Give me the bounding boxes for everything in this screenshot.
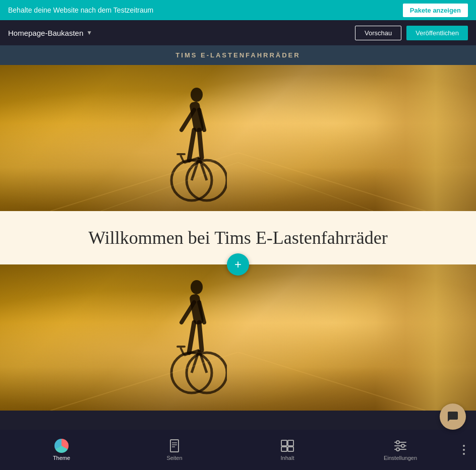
toolbar-more-button[interactable] <box>457 441 471 459</box>
svg-line-14 <box>238 153 426 211</box>
chat-button[interactable] <box>440 404 466 430</box>
toolbar-settings-label: Einstellungen <box>384 455 417 461</box>
welcome-heading: Willkommen bei Tims E-Lastenfahrräder <box>20 227 456 248</box>
content-icon <box>281 440 294 452</box>
header-bar: Homepage-Baukasten ▼ Vorschau Veröffentl… <box>0 20 476 45</box>
more-dot-3 <box>463 453 465 455</box>
theme-icon-container <box>54 439 69 453</box>
bottom-toolbar: Theme Seiten <box>0 430 476 470</box>
toolbar-pages-label: Seiten <box>166 455 182 461</box>
content-icon-container <box>280 439 294 453</box>
canvas-area: TIMS E-LASTENFAHRRÄDER <box>0 45 476 445</box>
more-dot-2 <box>463 449 465 451</box>
svg-rect-39 <box>288 447 293 451</box>
add-section-button[interactable]: + <box>227 253 249 276</box>
app-title-label: Homepage-Baukasten <box>8 29 83 37</box>
chat-icon <box>447 411 459 423</box>
packages-button[interactable]: Pakete anzeigen <box>403 4 468 17</box>
svg-point-17 <box>191 280 203 294</box>
svg-line-22 <box>199 322 202 350</box>
svg-rect-38 <box>281 447 287 451</box>
app-container: Behalte deine Website nach dem Testzeitr… <box>0 0 476 470</box>
svg-rect-37 <box>288 440 293 446</box>
hero-image-bottom <box>0 264 476 411</box>
chevron-down-icon: ▼ <box>86 29 92 36</box>
svg-line-15 <box>101 162 238 211</box>
toolbar-item-settings[interactable]: Einstellungen <box>344 435 457 465</box>
toolbar-content-label: Inhalt <box>281 455 294 461</box>
plus-icon: + <box>234 257 242 272</box>
pages-icon <box>169 439 180 452</box>
toolbar-item-theme[interactable]: Theme <box>5 435 118 465</box>
more-dot-1 <box>463 445 465 447</box>
settings-icon-container <box>393 439 407 453</box>
banner-text: Behalte deine Website nach dem Testzeitr… <box>8 6 153 14</box>
site-title-bar: TIMS E-LASTENFAHRRÄDER <box>0 45 476 65</box>
svg-point-44 <box>401 444 404 447</box>
settings-icon <box>394 440 407 451</box>
svg-line-16 <box>238 162 373 211</box>
app-title-dropdown[interactable]: Homepage-Baukasten ▼ <box>8 29 92 37</box>
toolbar-theme-label: Theme <box>53 455 70 461</box>
toolbar-item-content[interactable]: Inhalt <box>231 435 344 465</box>
svg-line-21 <box>189 322 194 353</box>
site-title: TIMS E-LASTENFAHRRÄDER <box>175 51 300 59</box>
top-banner: Behalte deine Website nach dem Testzeitr… <box>0 0 476 20</box>
svg-line-31 <box>238 352 426 411</box>
svg-point-0 <box>191 88 203 102</box>
road-lines-top <box>0 153 476 211</box>
svg-rect-36 <box>281 440 287 446</box>
publish-button[interactable]: Veröffentlichen <box>406 26 468 40</box>
road-lines-bottom <box>0 352 476 411</box>
svg-rect-32 <box>170 440 178 452</box>
hero-image-top <box>0 65 476 211</box>
theme-icon <box>54 439 69 453</box>
svg-line-30 <box>50 352 238 411</box>
header-actions: Vorschau Veröffentlichen <box>355 26 468 40</box>
welcome-section: Willkommen bei Tims E-Lastenfahrräder + <box>0 211 476 264</box>
toolbar-item-pages[interactable]: Seiten <box>118 435 231 465</box>
svg-point-43 <box>396 441 399 444</box>
page-icon-container <box>167 439 182 453</box>
preview-button[interactable]: Vorschau <box>355 26 401 40</box>
svg-point-45 <box>396 448 399 451</box>
svg-line-13 <box>50 153 238 211</box>
